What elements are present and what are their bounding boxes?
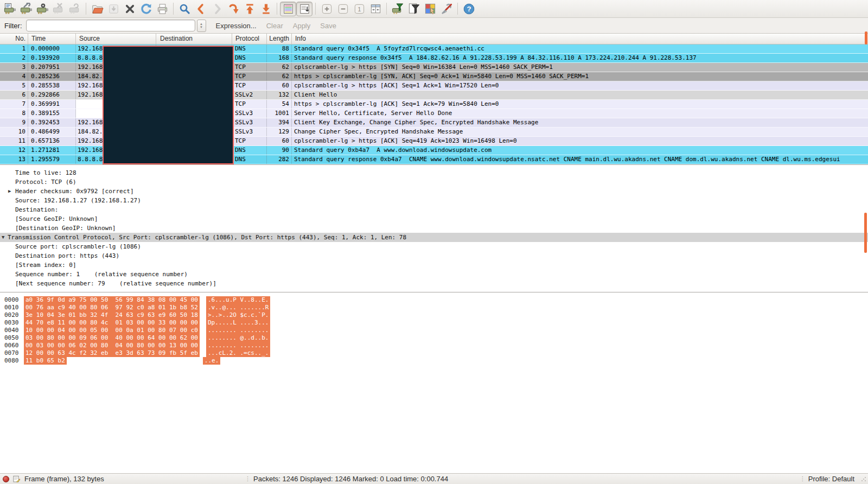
zoom-100-icon: 1 xyxy=(353,3,366,15)
hex-row[interactable]: 005003 00 80 00 00 09 06 00 40 00 00 64 … xyxy=(0,334,868,342)
detail-line[interactable]: Sequence number: 1 (relative sequence nu… xyxy=(0,270,868,279)
hex-row[interactable]: 007012 00 00 63 4c f2 32 eb e3 3d 63 73 … xyxy=(0,349,868,357)
toolbar-separator xyxy=(173,3,174,15)
find-button[interactable] xyxy=(176,2,193,16)
back-icon xyxy=(195,3,207,15)
hex-ascii: ........ ........ xyxy=(206,342,271,349)
coloring-rules-button[interactable] xyxy=(422,2,438,16)
cell-protocol: DNS xyxy=(232,155,267,164)
capture-file-icon[interactable] xyxy=(13,475,20,482)
hex-row[interactable]: 001000 76 aa c9 40 00 80 06 97 92 c0 a8 … xyxy=(0,304,868,311)
hex-row[interactable]: 004010 00 00 04 00 00 05 00 00 0a 01 00 … xyxy=(0,327,868,334)
cell-info: Server Hello, Certificate, Server Hello … xyxy=(292,109,868,118)
column-header-info[interactable]: Info xyxy=(292,34,868,44)
svg-text:?: ? xyxy=(467,5,471,13)
colorize-toggle[interactable] xyxy=(280,2,296,16)
column-header-source[interactable]: Source xyxy=(76,34,156,44)
hex-ascii: ........ @..d..b. xyxy=(206,334,271,342)
save-filter-button: Save xyxy=(320,22,336,30)
zoom-in-button[interactable] xyxy=(318,2,335,16)
column-header-time[interactable]: Time xyxy=(28,34,76,44)
hex-row[interactable]: 008011 b0 65 b2..e. xyxy=(0,357,868,365)
zoom-100-button[interactable]: 1 xyxy=(351,2,367,16)
zoom-out-button[interactable] xyxy=(335,2,351,16)
column-header-destination[interactable]: Destination xyxy=(156,34,232,44)
help-button[interactable]: ? xyxy=(461,2,477,16)
cell-no: 2 xyxy=(0,54,28,62)
go-top-button[interactable] xyxy=(241,2,258,16)
detail-text: Source: 192.168.1.27 (192.168.1.27) xyxy=(0,197,141,204)
goto-packet-button[interactable] xyxy=(225,2,241,16)
cell-length: 54 xyxy=(267,100,292,109)
stop-capture-icon xyxy=(53,3,65,15)
column-header-no[interactable]: No. xyxy=(0,34,28,44)
display-filters-button[interactable] xyxy=(406,2,422,16)
hex-row[interactable]: 0000a0 36 9f 0d a9 75 00 50 56 99 84 38 … xyxy=(0,296,868,304)
cell-no: 1 xyxy=(0,44,28,53)
detail-line[interactable]: Source port: cplscrambler-lg (1086) xyxy=(0,242,868,251)
filter-toolbar: Filter: ▲▼ Expression... Clear Apply Sav… xyxy=(0,18,868,34)
restart-capture-icon xyxy=(69,3,81,15)
filter-history-spinner[interactable]: ▲▼ xyxy=(197,20,206,32)
hex-offset: 0050 xyxy=(4,334,23,342)
detail-line[interactable]: [Stream index: 0] xyxy=(0,260,868,270)
go-bottom-button[interactable] xyxy=(258,2,274,16)
spin-down-icon: ▼ xyxy=(200,26,203,29)
go-top-icon xyxy=(244,3,256,15)
detail-line[interactable]: ▶Header checksum: 0x9792 [correct] xyxy=(0,187,868,196)
start-capture-button[interactable] xyxy=(34,2,50,16)
statusbar-handle[interactable]: ⋮ xyxy=(800,475,805,482)
detail-line[interactable]: [Destination GeoIP: Unknown] xyxy=(0,224,868,233)
cell-info: cplscrambler-lg > https [SYN] Seq=0 Win=… xyxy=(292,63,868,72)
hex-offset: 0020 xyxy=(4,311,23,319)
display-filters-icon xyxy=(408,3,420,15)
print-button[interactable] xyxy=(154,2,170,16)
preferences-button[interactable] xyxy=(438,2,455,16)
toolbar-separator xyxy=(315,3,316,15)
expander-right-icon[interactable]: ▶ xyxy=(8,187,11,196)
resize-grip[interactable] xyxy=(860,475,867,482)
detail-text: Time to live: 128 xyxy=(0,169,76,176)
cell-no: 8 xyxy=(0,109,28,118)
cell-time: 0.486499 xyxy=(28,128,76,136)
hex-row[interactable]: 006000 03 00 00 06 02 00 80 04 00 80 00 … xyxy=(0,342,868,349)
detail-line[interactable]: Protocol: TCP (6) xyxy=(0,177,868,187)
expander-down-icon[interactable]: ▼ xyxy=(2,233,4,242)
detail-line[interactable]: Time to live: 128 xyxy=(0,168,868,177)
capture-options-button[interactable] xyxy=(18,2,34,16)
hex-offset: 0080 xyxy=(4,357,23,365)
detail-line[interactable]: Source: 192.168.1.27 (192.168.1.27) xyxy=(0,196,868,205)
coloring-rules-icon xyxy=(424,3,437,15)
column-header-length[interactable]: Length xyxy=(267,34,292,44)
detail-line[interactable]: [Next sequence number: 79 (relative sequ… xyxy=(0,279,868,288)
cell-info: Standard query 0xb4a7 A www.download.win… xyxy=(292,146,868,155)
detail-line[interactable]: [Source GeoIP: Unknown] xyxy=(0,214,868,224)
statusbar-handle[interactable]: ⋮ xyxy=(245,475,250,482)
expert-info-icon[interactable] xyxy=(3,476,9,482)
profile-text[interactable]: Profile: Default xyxy=(808,475,854,483)
reload-button[interactable] xyxy=(138,2,154,16)
start-capture-icon xyxy=(36,3,49,15)
column-header-protocol[interactable]: Protocol xyxy=(232,34,267,44)
interfaces-button[interactable] xyxy=(2,2,18,16)
cell-info: Client Key Exchange, Change Cipher Spec,… xyxy=(292,118,868,127)
packet-list-scrollbar-thumb[interactable] xyxy=(865,31,867,44)
open-file-button[interactable] xyxy=(89,2,105,16)
auto-scroll-toggle[interactable] xyxy=(296,2,312,16)
hex-row[interactable]: 00203e 10 04 3e 01 bb 32 4f 24 63 c9 63 … xyxy=(0,311,868,319)
expression-button[interactable]: Expression... xyxy=(216,22,257,30)
resize-columns-button[interactable] xyxy=(367,2,384,16)
detail-line[interactable]: Destination: xyxy=(0,205,868,214)
capture-filters-button[interactable] xyxy=(390,2,406,16)
cell-time: 0.292866 xyxy=(28,91,76,99)
hex-bytes: 11 b0 65 b2 xyxy=(24,357,67,365)
close-file-button[interactable] xyxy=(122,2,138,16)
detail-line-tcp-selected[interactable]: ▼Transmission Control Protocol, Src Port… xyxy=(0,233,868,242)
detail-line[interactable]: Destination port: https (443) xyxy=(0,251,868,260)
hex-row[interactable]: 003044 70 e8 11 00 00 80 4c 01 03 00 00 … xyxy=(0,319,868,327)
go-back-button[interactable] xyxy=(193,2,209,16)
cell-no: 6 xyxy=(0,91,28,99)
cell-length: 282 xyxy=(267,155,292,164)
detail-pane-scrollbar-thumb[interactable] xyxy=(864,213,867,253)
filter-input[interactable] xyxy=(26,20,195,31)
